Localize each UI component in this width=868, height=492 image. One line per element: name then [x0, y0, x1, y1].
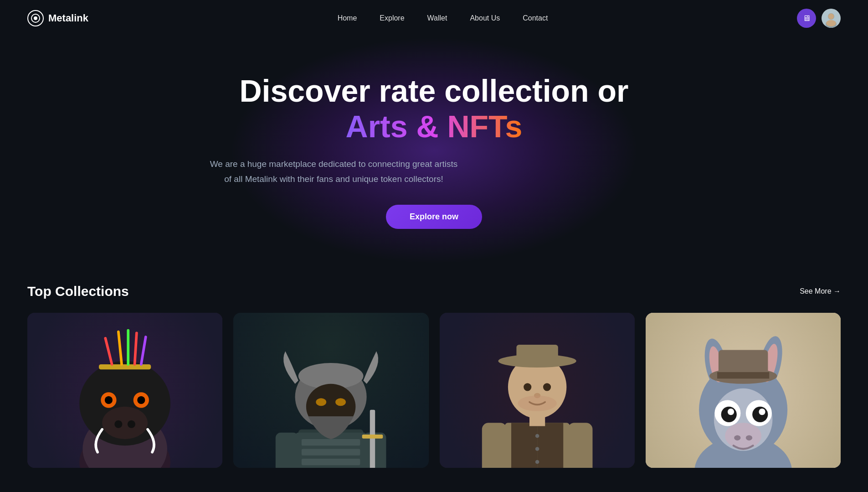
nav-about[interactable]: About Us	[470, 14, 500, 22]
collections-section: Top Collections See More →	[0, 274, 868, 468]
hero-content: Discover rate collection or Arts & NFTs …	[206, 73, 662, 229]
hero-subtitle: We are a huge marketplace dedicated to c…	[206, 157, 462, 186]
svg-point-42	[535, 434, 539, 438]
monitor-icon: 🖥	[802, 14, 811, 23]
monitor-button[interactable]: 🖥	[797, 9, 816, 28]
nav-contact[interactable]: Contact	[523, 14, 548, 22]
nav-wallet[interactable]: Wallet	[427, 14, 447, 22]
nav-home[interactable]: Home	[338, 14, 357, 22]
nav-explore[interactable]: Explore	[380, 14, 404, 22]
collection-card-2[interactable]	[233, 313, 428, 468]
nav-links: Home Explore Wallet About Us Contact	[338, 14, 548, 22]
svg-point-44	[535, 460, 539, 464]
svg-point-69	[721, 407, 736, 422]
collections-title: Top Collections	[27, 284, 129, 299]
metalink-logo-icon	[27, 10, 44, 26]
svg-point-14	[128, 420, 135, 428]
nft-figure-2	[233, 313, 428, 468]
svg-point-6	[828, 14, 834, 20]
brand-logo[interactable]: Metalink	[27, 10, 88, 26]
svg-point-54	[518, 395, 557, 411]
collection-card-1[interactable]	[27, 313, 222, 468]
nft-figure-3	[440, 313, 635, 468]
hero-title: Discover rate collection or Arts & NFTs	[206, 73, 662, 144]
svg-point-72	[759, 409, 765, 415]
nft-figure-1	[27, 313, 222, 468]
svg-rect-30	[302, 459, 360, 465]
user-avatar[interactable]	[822, 9, 841, 28]
svg-point-75	[746, 435, 752, 440]
svg-point-7	[826, 20, 836, 26]
svg-point-37	[335, 398, 346, 406]
see-more-label: See More →	[800, 287, 841, 295]
collections-header: Top Collections See More →	[27, 284, 841, 299]
navbar-actions: 🖥	[797, 9, 841, 28]
svg-point-13	[114, 420, 122, 428]
svg-point-74	[734, 435, 740, 440]
hero-title-highlight: Arts & NFTs	[346, 109, 523, 144]
svg-point-51	[524, 383, 531, 391]
svg-point-73	[725, 423, 761, 449]
svg-rect-38	[370, 410, 375, 468]
svg-point-17	[105, 396, 113, 404]
collection-card-4[interactable]	[646, 313, 841, 468]
svg-rect-39	[362, 435, 383, 439]
brand-name: Metalink	[48, 12, 88, 24]
see-more-link[interactable]: See More →	[800, 287, 841, 295]
svg-rect-50	[516, 345, 558, 364]
svg-point-12	[102, 407, 148, 439]
svg-rect-45	[482, 423, 506, 468]
svg-point-43	[535, 447, 539, 451]
explore-now-button[interactable]: Explore now	[386, 205, 482, 229]
svg-rect-29	[302, 449, 360, 455]
svg-rect-28	[302, 439, 360, 445]
svg-rect-66	[717, 372, 769, 378]
collections-grid	[27, 313, 841, 468]
collection-card-3[interactable]	[440, 313, 635, 468]
svg-rect-46	[568, 423, 592, 468]
nft-figure-4	[646, 313, 841, 468]
svg-point-36	[316, 398, 327, 406]
svg-rect-31	[276, 433, 298, 468]
svg-point-2	[34, 16, 37, 20]
svg-rect-19	[99, 364, 151, 369]
avatar-icon	[822, 9, 841, 28]
svg-point-52	[543, 383, 550, 391]
hero-title-text: Discover rate collection or	[239, 73, 628, 108]
svg-point-71	[728, 409, 734, 415]
navbar: Metalink Home Explore Wallet About Us Co…	[0, 0, 868, 36]
svg-point-18	[137, 396, 145, 404]
hero-section: Discover rate collection or Arts & NFTs …	[0, 36, 868, 274]
